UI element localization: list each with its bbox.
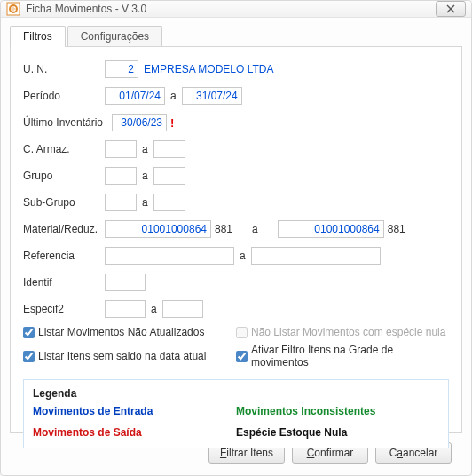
legend-saida: Movimentos de Saída bbox=[33, 426, 236, 439]
company-name: EMPRESA MODELO LTDA bbox=[144, 63, 273, 75]
input-grupo-to[interactable] bbox=[153, 167, 185, 185]
app-icon bbox=[6, 2, 20, 16]
legend-box: Legenda Movimentos de Entrada Movimentos… bbox=[23, 379, 449, 448]
checkbox-ativar-filtro-grade[interactable] bbox=[236, 351, 248, 362]
input-material-to[interactable] bbox=[278, 220, 384, 238]
label-a-grupo: a bbox=[142, 170, 148, 182]
tab-panel-filtros: U. N. EMPRESA MODELO LTDA Período a Últi… bbox=[10, 46, 462, 433]
label-identif: Identif bbox=[23, 276, 105, 289]
input-c-armaz-from[interactable] bbox=[105, 140, 137, 158]
check-nao-listar-especie-nula: Não Listar Movimentos com espécie nula bbox=[236, 326, 449, 338]
check-listar-sem-saldo[interactable]: Listar Itens sem saldo na data atual bbox=[23, 344, 236, 369]
client-area: Filtros Configurações U. N. EMPRESA MODE… bbox=[1, 18, 471, 476]
input-material-from[interactable] bbox=[105, 220, 211, 238]
input-un[interactable] bbox=[105, 60, 138, 78]
tab-configuracoes[interactable]: Configurações bbox=[67, 26, 162, 47]
cancelar-button-label: ancelar bbox=[403, 447, 437, 459]
label-c-armaz: C. Armaz. bbox=[23, 143, 105, 155]
checkbox-nao-listar-especie-nula bbox=[236, 327, 248, 338]
label-a-periodo: a bbox=[170, 90, 177, 102]
label-ultimo-inventario: Último Inventário bbox=[23, 116, 112, 129]
input-especif2-from[interactable] bbox=[105, 300, 146, 318]
legend-entrada: Movimentos de Entrada bbox=[33, 405, 236, 417]
label-subgrupo: Sub-Grupo bbox=[23, 196, 105, 209]
check-listar-nao-atualizados[interactable]: Listar Movimentos Não Atualizados bbox=[23, 326, 236, 338]
input-referencia-to[interactable] bbox=[251, 247, 381, 265]
checkbox-listar-sem-saldo[interactable] bbox=[23, 351, 35, 362]
check-listar-nao-atualizados-label: Listar Movimentos Não Atualizados bbox=[38, 326, 204, 338]
label-a-carmaz: a bbox=[142, 143, 148, 155]
label-a-referencia: a bbox=[240, 250, 246, 262]
check-listar-sem-saldo-label: Listar Itens sem saldo na data atual bbox=[38, 350, 206, 362]
check-ativar-filtro-grade-label: Ativar Filtro Itens na Grade de moviment… bbox=[251, 344, 449, 369]
confirmar-button-label: onfirmar bbox=[314, 447, 353, 459]
dialog-window: Ficha Movimentos - V 3.0 Filtros Configu… bbox=[0, 0, 472, 476]
legend-inconsistentes: Movimentos Inconsistentes bbox=[236, 405, 439, 417]
label-un: U. N. bbox=[23, 63, 105, 75]
input-identif[interactable] bbox=[105, 274, 146, 291]
label-a-especif2: a bbox=[151, 303, 157, 315]
checkbox-grid: Listar Movimentos Não Atualizados Não Li… bbox=[23, 326, 449, 369]
material-to-suffix: 881 bbox=[388, 223, 405, 235]
legend-grid: Movimentos de Entrada Movimentos Inconsi… bbox=[33, 405, 439, 439]
input-periodo-from[interactable] bbox=[105, 87, 165, 105]
label-grupo: Grupo bbox=[23, 170, 105, 182]
input-c-armaz-to[interactable] bbox=[153, 140, 185, 158]
label-material: Material/Reduz. bbox=[23, 223, 105, 235]
material-from-suffix: 881 bbox=[215, 223, 232, 235]
label-especif2: Especif2 bbox=[23, 303, 105, 315]
label-a-material: a bbox=[252, 223, 258, 235]
input-especif2-to[interactable] bbox=[162, 300, 203, 318]
tab-filtros[interactable]: Filtros bbox=[10, 26, 66, 47]
checkbox-listar-nao-atualizados[interactable] bbox=[23, 327, 35, 338]
input-subgrupo-from[interactable] bbox=[105, 194, 137, 211]
tab-strip: Filtros Configurações bbox=[10, 26, 462, 47]
warning-icon: ! bbox=[170, 116, 174, 130]
input-grupo-from[interactable] bbox=[105, 167, 137, 185]
input-subgrupo-to[interactable] bbox=[153, 194, 185, 211]
close-button[interactable] bbox=[436, 1, 466, 17]
input-referencia-from[interactable] bbox=[105, 247, 234, 265]
check-nao-listar-especie-nula-label: Não Listar Movimentos com espécie nula bbox=[251, 326, 445, 338]
filtrar-button-label: iltrar Itens bbox=[226, 447, 273, 459]
input-periodo-to[interactable] bbox=[182, 87, 242, 105]
label-periodo: Período bbox=[23, 90, 105, 102]
legend-especie-nula: Espécie Estoque Nula bbox=[236, 426, 439, 439]
close-icon bbox=[445, 4, 456, 13]
label-a-subgrupo: a bbox=[142, 196, 148, 209]
check-ativar-filtro-grade[interactable]: Ativar Filtro Itens na Grade de moviment… bbox=[236, 344, 449, 369]
label-referencia: Referencia bbox=[23, 250, 105, 262]
window-title: Ficha Movimentos - V 3.0 bbox=[26, 3, 436, 15]
input-ultimo-inventario[interactable] bbox=[112, 114, 167, 131]
title-bar: Ficha Movimentos - V 3.0 bbox=[1, 1, 471, 18]
legend-title: Legenda bbox=[33, 387, 439, 400]
